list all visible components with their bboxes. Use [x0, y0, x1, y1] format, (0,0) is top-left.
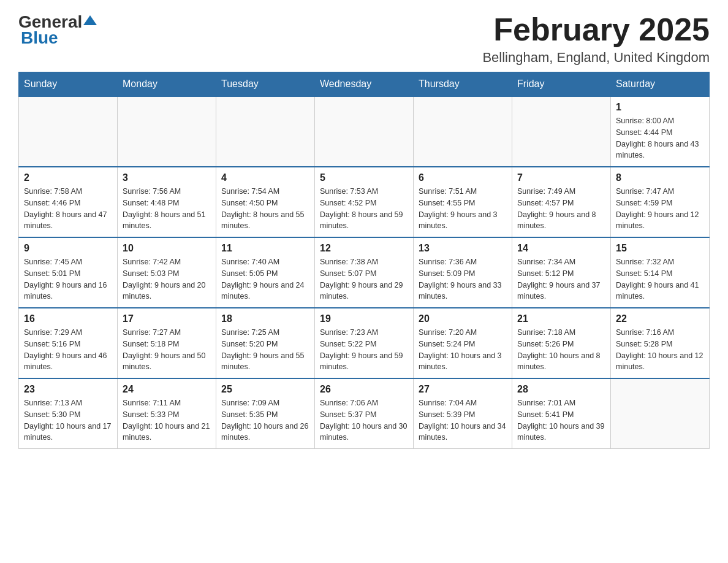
day-info: Sunrise: 7:53 AMSunset: 4:52 PMDaylight:…	[320, 186, 408, 232]
table-row: 18Sunrise: 7:25 AMSunset: 5:20 PMDayligh…	[216, 308, 315, 378]
day-info: Sunrise: 7:16 AMSunset: 5:28 PMDaylight:…	[616, 327, 704, 373]
day-number: 18	[221, 313, 309, 324]
logo-blue-text: Blue	[21, 28, 58, 48]
table-row: 3Sunrise: 7:56 AMSunset: 4:48 PMDaylight…	[118, 167, 216, 237]
day-number: 22	[616, 313, 704, 324]
day-number: 8	[616, 172, 704, 183]
day-info: Sunrise: 7:36 AMSunset: 5:09 PMDaylight:…	[419, 256, 507, 302]
table-row: 21Sunrise: 7:18 AMSunset: 5:26 PMDayligh…	[512, 308, 611, 378]
day-info: Sunrise: 7:58 AMSunset: 4:46 PMDaylight:…	[24, 186, 112, 232]
day-info: Sunrise: 8:00 AMSunset: 4:44 PMDaylight:…	[616, 115, 704, 161]
day-info: Sunrise: 7:49 AMSunset: 4:57 PMDaylight:…	[517, 186, 605, 232]
day-info: Sunrise: 7:13 AMSunset: 5:30 PMDaylight:…	[24, 397, 112, 443]
table-row	[118, 96, 216, 167]
table-row: 17Sunrise: 7:27 AMSunset: 5:18 PMDayligh…	[118, 308, 216, 378]
table-row: 4Sunrise: 7:54 AMSunset: 4:50 PMDaylight…	[216, 167, 315, 237]
day-number: 25	[221, 384, 309, 395]
day-number: 11	[221, 243, 309, 254]
day-number: 15	[616, 243, 704, 254]
day-info: Sunrise: 7:45 AMSunset: 5:01 PMDaylight:…	[24, 256, 112, 302]
table-row: 1Sunrise: 8:00 AMSunset: 4:44 PMDaylight…	[611, 96, 710, 167]
day-info: Sunrise: 7:20 AMSunset: 5:24 PMDaylight:…	[419, 327, 507, 373]
table-row	[512, 96, 611, 167]
day-info: Sunrise: 7:09 AMSunset: 5:35 PMDaylight:…	[221, 397, 309, 443]
day-info: Sunrise: 7:06 AMSunset: 5:37 PMDaylight:…	[320, 397, 408, 443]
calendar-week-row: 23Sunrise: 7:13 AMSunset: 5:30 PMDayligh…	[19, 378, 710, 449]
calendar-week-row: 9Sunrise: 7:45 AMSunset: 5:01 PMDaylight…	[19, 237, 710, 308]
table-row: 24Sunrise: 7:11 AMSunset: 5:33 PMDayligh…	[118, 378, 216, 449]
svg-marker-0	[83, 15, 97, 25]
day-number: 10	[123, 243, 211, 254]
day-number: 19	[320, 313, 408, 324]
day-info: Sunrise: 7:23 AMSunset: 5:22 PMDaylight:…	[320, 327, 408, 373]
weekday-header-row: Sunday Monday Tuesday Wednesday Thursday…	[19, 72, 710, 97]
day-number: 26	[320, 384, 408, 395]
table-row: 26Sunrise: 7:06 AMSunset: 5:37 PMDayligh…	[315, 378, 414, 449]
month-title: February 2025	[482, 12, 710, 47]
day-info: Sunrise: 7:40 AMSunset: 5:05 PMDaylight:…	[221, 256, 309, 302]
table-row: 9Sunrise: 7:45 AMSunset: 5:01 PMDaylight…	[19, 237, 118, 308]
table-row: 14Sunrise: 7:34 AMSunset: 5:12 PMDayligh…	[512, 237, 611, 308]
day-info: Sunrise: 7:47 AMSunset: 4:59 PMDaylight:…	[616, 186, 704, 232]
day-info: Sunrise: 7:01 AMSunset: 5:41 PMDaylight:…	[517, 397, 605, 443]
day-number: 17	[123, 313, 211, 324]
day-info: Sunrise: 7:34 AMSunset: 5:12 PMDaylight:…	[517, 256, 605, 302]
day-info: Sunrise: 7:04 AMSunset: 5:39 PMDaylight:…	[419, 397, 507, 443]
day-number: 13	[419, 243, 507, 254]
day-number: 1	[616, 102, 704, 113]
table-row	[19, 96, 118, 167]
table-row: 16Sunrise: 7:29 AMSunset: 5:16 PMDayligh…	[19, 308, 118, 378]
day-info: Sunrise: 7:54 AMSunset: 4:50 PMDaylight:…	[221, 186, 309, 232]
day-info: Sunrise: 7:38 AMSunset: 5:07 PMDaylight:…	[320, 256, 408, 302]
header-saturday: Saturday	[611, 72, 710, 97]
table-row: 23Sunrise: 7:13 AMSunset: 5:30 PMDayligh…	[19, 378, 118, 449]
day-number: 20	[419, 313, 507, 324]
day-number: 5	[320, 172, 408, 183]
day-info: Sunrise: 7:51 AMSunset: 4:55 PMDaylight:…	[419, 186, 507, 232]
logo: General Blue	[18, 12, 97, 48]
table-row: 25Sunrise: 7:09 AMSunset: 5:35 PMDayligh…	[216, 378, 315, 449]
table-row	[315, 96, 414, 167]
table-row: 6Sunrise: 7:51 AMSunset: 4:55 PMDaylight…	[414, 167, 512, 237]
header-friday: Friday	[512, 72, 611, 97]
table-row: 5Sunrise: 7:53 AMSunset: 4:52 PMDaylight…	[315, 167, 414, 237]
day-info: Sunrise: 7:18 AMSunset: 5:26 PMDaylight:…	[517, 327, 605, 373]
day-number: 3	[123, 172, 211, 183]
table-row	[414, 96, 512, 167]
table-row: 19Sunrise: 7:23 AMSunset: 5:22 PMDayligh…	[315, 308, 414, 378]
table-row: 22Sunrise: 7:16 AMSunset: 5:28 PMDayligh…	[611, 308, 710, 378]
table-row: 15Sunrise: 7:32 AMSunset: 5:14 PMDayligh…	[611, 237, 710, 308]
table-row: 27Sunrise: 7:04 AMSunset: 5:39 PMDayligh…	[414, 378, 512, 449]
day-info: Sunrise: 7:32 AMSunset: 5:14 PMDaylight:…	[616, 256, 704, 302]
table-row: 7Sunrise: 7:49 AMSunset: 4:57 PMDaylight…	[512, 167, 611, 237]
day-number: 2	[24, 172, 112, 183]
day-info: Sunrise: 7:27 AMSunset: 5:18 PMDaylight:…	[123, 327, 211, 373]
calendar-week-row: 2Sunrise: 7:58 AMSunset: 4:46 PMDaylight…	[19, 167, 710, 237]
table-row: 10Sunrise: 7:42 AMSunset: 5:03 PMDayligh…	[118, 237, 216, 308]
table-row	[216, 96, 315, 167]
table-row: 13Sunrise: 7:36 AMSunset: 5:09 PMDayligh…	[414, 237, 512, 308]
table-row: 11Sunrise: 7:40 AMSunset: 5:05 PMDayligh…	[216, 237, 315, 308]
day-number: 4	[221, 172, 309, 183]
day-number: 23	[24, 384, 112, 395]
calendar-table: Sunday Monday Tuesday Wednesday Thursday…	[18, 72, 710, 449]
day-number: 7	[517, 172, 605, 183]
calendar-week-row: 16Sunrise: 7:29 AMSunset: 5:16 PMDayligh…	[19, 308, 710, 378]
day-number: 16	[24, 313, 112, 324]
day-number: 24	[123, 384, 211, 395]
day-number: 14	[517, 243, 605, 254]
table-row: 20Sunrise: 7:20 AMSunset: 5:24 PMDayligh…	[414, 308, 512, 378]
table-row	[611, 378, 710, 449]
header-sunday: Sunday	[19, 72, 118, 97]
day-info: Sunrise: 7:56 AMSunset: 4:48 PMDaylight:…	[123, 186, 211, 232]
header-monday: Monday	[118, 72, 216, 97]
title-block: February 2025 Bellingham, England, Unite…	[482, 12, 710, 66]
header-wednesday: Wednesday	[315, 72, 414, 97]
day-number: 9	[24, 243, 112, 254]
day-info: Sunrise: 7:25 AMSunset: 5:20 PMDaylight:…	[221, 327, 309, 373]
header-thursday: Thursday	[414, 72, 512, 97]
header-tuesday: Tuesday	[216, 72, 315, 97]
day-number: 12	[320, 243, 408, 254]
logo-triangle-icon	[83, 14, 97, 28]
table-row: 8Sunrise: 7:47 AMSunset: 4:59 PMDaylight…	[611, 167, 710, 237]
